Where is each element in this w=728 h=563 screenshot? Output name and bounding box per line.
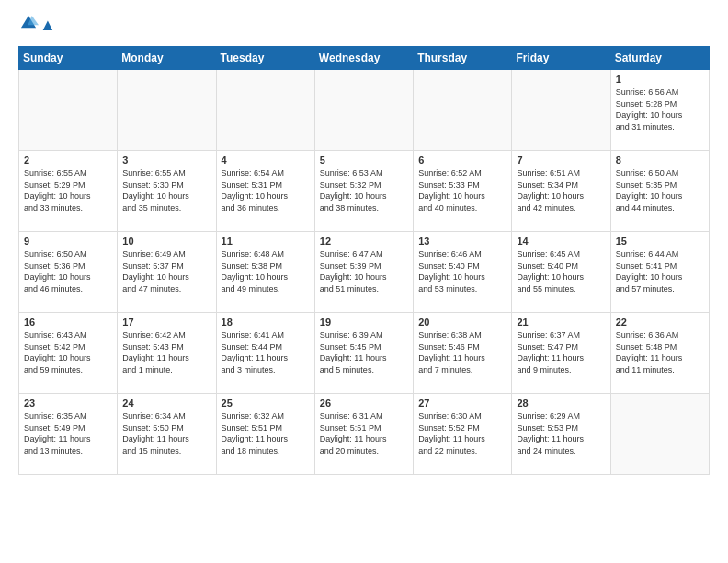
day-info: Sunrise: 6:41 AM Sunset: 5:44 PM Dayligh… — [222, 329, 310, 375]
day-info: Sunrise: 6:35 AM Sunset: 5:49 PM Dayligh… — [24, 410, 112, 456]
day-info: Sunrise: 6:30 AM Sunset: 5:52 PM Dayligh… — [418, 410, 506, 456]
day-number: 18 — [222, 316, 310, 327]
day-info: Sunrise: 6:56 AM Sunset: 5:28 PM Dayligh… — [616, 86, 704, 132]
header-day-sunday: Sunday — [19, 47, 118, 70]
day-info: Sunrise: 6:54 AM Sunset: 5:31 PM Dayligh… — [222, 167, 310, 213]
day-info: Sunrise: 6:51 AM Sunset: 5:34 PM Dayligh… — [517, 167, 605, 213]
calendar-cell: 6Sunrise: 6:52 AM Sunset: 5:33 PM Daylig… — [414, 151, 512, 232]
day-number: 13 — [418, 236, 506, 247]
calendar-cell: 22Sunrise: 6:36 AM Sunset: 5:48 PM Dayli… — [610, 313, 709, 394]
header-day-thursday: Thursday — [414, 47, 512, 70]
day-number: 6 — [418, 155, 506, 166]
day-info: Sunrise: 6:39 AM Sunset: 5:45 PM Dayligh… — [320, 329, 408, 375]
day-number: 27 — [418, 397, 506, 408]
day-number: 4 — [222, 155, 310, 166]
header-day-wednesday: Wednesday — [314, 47, 413, 70]
week-row-2: 2Sunrise: 6:55 AM Sunset: 5:29 PM Daylig… — [19, 151, 710, 232]
calendar-cell: 13Sunrise: 6:46 AM Sunset: 5:40 PM Dayli… — [414, 232, 512, 313]
calendar-cell: 3Sunrise: 6:55 AM Sunset: 5:30 PM Daylig… — [118, 151, 216, 232]
week-row-4: 16Sunrise: 6:43 AM Sunset: 5:42 PM Dayli… — [19, 313, 710, 394]
header-day-monday: Monday — [118, 47, 216, 70]
day-info: Sunrise: 6:32 AM Sunset: 5:51 PM Dayligh… — [222, 410, 310, 456]
day-number: 5 — [320, 155, 408, 166]
day-info: Sunrise: 6:55 AM Sunset: 5:30 PM Dayligh… — [122, 167, 210, 213]
logo: ▲ — [18, 15, 56, 37]
day-number: 12 — [320, 236, 408, 247]
day-number: 8 — [616, 155, 704, 166]
day-info: Sunrise: 6:43 AM Sunset: 5:42 PM Dayligh… — [24, 329, 112, 375]
day-number: 22 — [616, 316, 704, 327]
calendar-cell: 20Sunrise: 6:38 AM Sunset: 5:46 PM Dayli… — [414, 313, 512, 394]
calendar-cell: 10Sunrise: 6:49 AM Sunset: 5:37 PM Dayli… — [118, 232, 216, 313]
header-day-tuesday: Tuesday — [216, 47, 314, 70]
calendar-cell — [19, 70, 118, 151]
day-info: Sunrise: 6:50 AM Sunset: 5:35 PM Dayligh… — [616, 167, 704, 213]
day-number: 1 — [616, 74, 704, 85]
day-number: 14 — [517, 236, 605, 247]
day-info: Sunrise: 6:52 AM Sunset: 5:33 PM Dayligh… — [418, 167, 506, 213]
calendar-cell: 23Sunrise: 6:35 AM Sunset: 5:49 PM Dayli… — [19, 394, 118, 475]
calendar-cell — [610, 394, 709, 475]
calendar-cell — [414, 70, 512, 151]
calendar-cell: 1Sunrise: 6:56 AM Sunset: 5:28 PM Daylig… — [610, 70, 709, 151]
calendar-cell — [314, 70, 413, 151]
day-info: Sunrise: 6:48 AM Sunset: 5:38 PM Dayligh… — [222, 248, 310, 294]
day-info: Sunrise: 6:49 AM Sunset: 5:37 PM Dayligh… — [122, 248, 210, 294]
week-row-3: 9Sunrise: 6:50 AM Sunset: 5:36 PM Daylig… — [19, 232, 710, 313]
day-info: Sunrise: 6:50 AM Sunset: 5:36 PM Dayligh… — [24, 248, 112, 294]
calendar-cell: 11Sunrise: 6:48 AM Sunset: 5:38 PM Dayli… — [216, 232, 314, 313]
day-number: 28 — [517, 397, 605, 408]
day-info: Sunrise: 6:38 AM Sunset: 5:46 PM Dayligh… — [418, 329, 506, 375]
calendar-cell: 7Sunrise: 6:51 AM Sunset: 5:34 PM Daylig… — [512, 151, 610, 232]
logo-blue-text: ▲ — [40, 17, 56, 35]
calendar-cell: 8Sunrise: 6:50 AM Sunset: 5:35 PM Daylig… — [610, 151, 709, 232]
day-info: Sunrise: 6:44 AM Sunset: 5:41 PM Dayligh… — [616, 248, 704, 294]
day-info: Sunrise: 6:53 AM Sunset: 5:32 PM Dayligh… — [320, 167, 408, 213]
day-info: Sunrise: 6:29 AM Sunset: 5:53 PM Dayligh… — [517, 410, 605, 456]
day-number: 11 — [222, 236, 310, 247]
day-number: 7 — [517, 155, 605, 166]
header-day-saturday: Saturday — [610, 47, 709, 70]
header-row: SundayMondayTuesdayWednesdayThursdayFrid… — [19, 47, 710, 70]
logo-icon — [18, 13, 39, 33]
header: ▲ — [18, 15, 710, 37]
day-info: Sunrise: 6:31 AM Sunset: 5:51 PM Dayligh… — [320, 410, 408, 456]
day-number: 20 — [418, 316, 506, 327]
day-number: 17 — [122, 316, 210, 327]
calendar-cell: 5Sunrise: 6:53 AM Sunset: 5:32 PM Daylig… — [314, 151, 413, 232]
week-row-5: 23Sunrise: 6:35 AM Sunset: 5:49 PM Dayli… — [19, 394, 710, 475]
calendar-cell: 24Sunrise: 6:34 AM Sunset: 5:50 PM Dayli… — [118, 394, 216, 475]
day-number: 24 — [122, 397, 210, 408]
day-number: 10 — [122, 236, 210, 247]
day-number: 19 — [320, 316, 408, 327]
header-day-friday: Friday — [512, 47, 610, 70]
calendar-cell — [118, 70, 216, 151]
day-info: Sunrise: 6:46 AM Sunset: 5:40 PM Dayligh… — [418, 248, 506, 294]
calendar-cell — [216, 70, 314, 151]
calendar-cell: 16Sunrise: 6:43 AM Sunset: 5:42 PM Dayli… — [19, 313, 118, 394]
calendar-cell: 9Sunrise: 6:50 AM Sunset: 5:36 PM Daylig… — [19, 232, 118, 313]
day-info: Sunrise: 6:45 AM Sunset: 5:40 PM Dayligh… — [517, 248, 605, 294]
day-number: 15 — [616, 236, 704, 247]
day-info: Sunrise: 6:55 AM Sunset: 5:29 PM Dayligh… — [24, 167, 112, 213]
week-row-1: 1Sunrise: 6:56 AM Sunset: 5:28 PM Daylig… — [19, 70, 710, 151]
day-number: 9 — [24, 236, 112, 247]
calendar-cell: 25Sunrise: 6:32 AM Sunset: 5:51 PM Dayli… — [216, 394, 314, 475]
day-number: 21 — [517, 316, 605, 327]
day-info: Sunrise: 6:42 AM Sunset: 5:43 PM Dayligh… — [122, 329, 210, 375]
calendar-cell: 26Sunrise: 6:31 AM Sunset: 5:51 PM Dayli… — [314, 394, 413, 475]
day-number: 2 — [24, 155, 112, 166]
calendar-cell: 18Sunrise: 6:41 AM Sunset: 5:44 PM Dayli… — [216, 313, 314, 394]
calendar-cell: 12Sunrise: 6:47 AM Sunset: 5:39 PM Dayli… — [314, 232, 413, 313]
calendar-cell: 17Sunrise: 6:42 AM Sunset: 5:43 PM Dayli… — [118, 313, 216, 394]
day-info: Sunrise: 6:36 AM Sunset: 5:48 PM Dayligh… — [616, 329, 704, 375]
page: ▲ SundayMondayTuesdayWednesdayThursdayFr… — [0, 0, 728, 563]
calendar-cell: 28Sunrise: 6:29 AM Sunset: 5:53 PM Dayli… — [512, 394, 610, 475]
calendar-cell: 19Sunrise: 6:39 AM Sunset: 5:45 PM Dayli… — [314, 313, 413, 394]
calendar-cell: 15Sunrise: 6:44 AM Sunset: 5:41 PM Dayli… — [610, 232, 709, 313]
calendar-header: SundayMondayTuesdayWednesdayThursdayFrid… — [19, 47, 710, 70]
day-info: Sunrise: 6:47 AM Sunset: 5:39 PM Dayligh… — [320, 248, 408, 294]
calendar-cell: 27Sunrise: 6:30 AM Sunset: 5:52 PM Dayli… — [414, 394, 512, 475]
day-number: 16 — [24, 316, 112, 327]
calendar-cell: 2Sunrise: 6:55 AM Sunset: 5:29 PM Daylig… — [19, 151, 118, 232]
